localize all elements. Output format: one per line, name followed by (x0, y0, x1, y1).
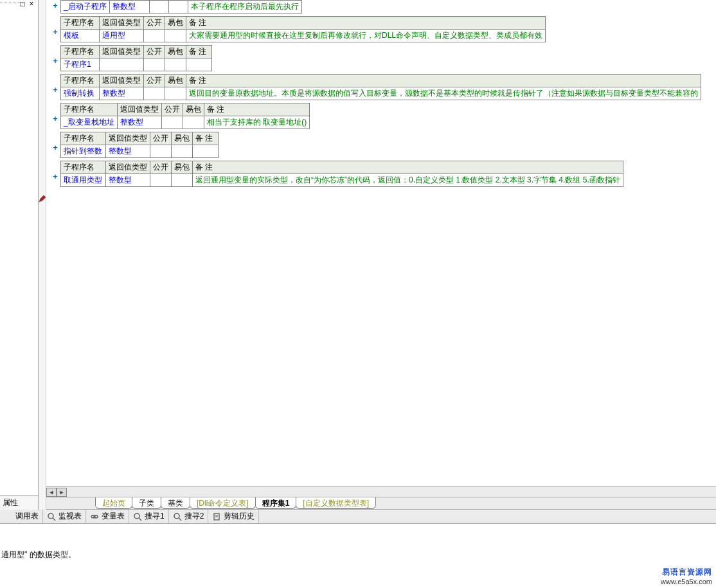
expand-button[interactable]: + (50, 16, 60, 37)
col-pkg: 易包 (165, 46, 186, 58)
tool-tab-label: 搜寻2 (184, 511, 204, 522)
svg-line-7 (179, 518, 181, 521)
tool-tab[interactable]: 调用表 (0, 510, 43, 523)
sub-ret: 通用型 (102, 31, 125, 40)
tool-tab[interactable]: 监视表 (43, 510, 86, 523)
tool-tab-label: 剪辑历史 (224, 511, 255, 522)
doc-tab[interactable]: [Dll命令定义表] (190, 497, 256, 509)
col-pkg: 易包 (172, 132, 193, 145)
subroutine-table[interactable]: 子程序名返回值类型公开易包备 注取通用类型整数型返回通用型变量的实际类型，改自“… (60, 161, 623, 187)
table-row[interactable]: 取通用类型整数型返回通用型变量的实际类型，改自“为你芯冻”的代码，返回值：0.自… (61, 174, 623, 187)
sub-note: 返回目的变量原数据地址。本质是将源数据的值写入目标变量，源数据不是基本类型的时候… (189, 89, 698, 98)
col-pub: 公开 (150, 161, 172, 174)
subroutine-table[interactable]: 子程序名返回值类型公开易包备 注强制转换整数型返回目的变量原数据地址。本质是将源… (60, 74, 701, 100)
svg-line-5 (139, 518, 141, 521)
svg-point-3 (94, 515, 98, 518)
table-row[interactable]: 指针到整数整数型 (61, 145, 219, 158)
tool-tab[interactable]: 搜寻1 (129, 510, 169, 523)
expand-button[interactable]: + (50, 45, 60, 66)
col-pub: 公开 (150, 132, 172, 145)
expand-button[interactable]: + (50, 0, 60, 10)
col-note: 备 注 (186, 75, 701, 87)
sub-note: 返回通用型变量的实际类型，改自“为你芯冻”的代码，返回值：0.自定义类型 1.数… (195, 175, 620, 184)
col-pkg: 易包 (183, 103, 204, 116)
subroutine-table[interactable]: 子程序名返回值类型公开易包备 注_取变量栈地址整数型相当于支持库的 取变量地址(… (60, 103, 310, 129)
table-row[interactable]: 模板通用型大家需要通用型的时候直接在这里复制后再修改就行，对DLL命令声明、自定… (61, 30, 546, 42)
doc-tab[interactable]: 基类 (161, 497, 190, 509)
table-row[interactable]: 强制转换整数型返回目的变量原数据地址。本质是将源数据的值写入目标变量，源数据不是… (61, 87, 701, 100)
expand-button[interactable]: + (50, 161, 60, 181)
sub-name: 强制转换 (64, 89, 94, 98)
sub-name: 取通用类型 (64, 175, 102, 184)
col-pub: 公开 (144, 17, 165, 30)
search-icon (173, 512, 182, 521)
tool-tab[interactable]: 变量表 (86, 510, 129, 523)
horizontal-scrollbar[interactable]: ◄ ► (46, 486, 716, 497)
doc-tab[interactable]: 程序集1 (255, 497, 297, 509)
sub-name: 模板 (64, 31, 79, 40)
svg-point-0 (48, 513, 53, 519)
tree-view[interactable]: □ × (0, 0, 38, 495)
left-panel: □ × 属性 (0, 0, 39, 510)
sub-note: 大家需要通用型的时候直接在这里复制后再修改就行，对DLL命令声明、自定义数据类型… (189, 31, 542, 40)
gutter (39, 0, 46, 510)
sub-name: _启动子程序 (64, 2, 107, 11)
tool-tab[interactable]: 剪辑历史 (208, 510, 259, 523)
magnifier-icon (47, 512, 56, 521)
watermark: 易语言资源网 www.e5a5x.com (661, 567, 712, 585)
subroutine-table[interactable]: _启动子程序整数型本子程序在程序启动后最先执行 (60, 0, 302, 13)
col-pub: 公开 (162, 103, 183, 116)
scroll-left-button[interactable]: ◄ (46, 488, 57, 497)
sub-name: 子程序1 (64, 60, 91, 69)
table-row[interactable]: 子程序1 (61, 58, 212, 71)
table-row[interactable]: _取变量栈地址整数型相当于支持库的 取变量地址() (61, 116, 310, 129)
doc-tab[interactable]: 起始页 (95, 497, 132, 509)
subroutine-table[interactable]: 子程序名返回值类型公开易包备 注子程序1 (60, 45, 212, 71)
doc-tab[interactable]: 子类 (132, 497, 161, 509)
col-name: 子程序名 (61, 75, 100, 87)
col-name: 子程序名 (61, 161, 106, 174)
subroutine-table[interactable]: 子程序名返回值类型公开易包备 注指针到整数整数型 (60, 132, 219, 158)
tool-tabs: 调用表监视表变量表搜寻1搜寻2剪辑历史 (0, 510, 716, 524)
properties-tab[interactable]: 属性 (0, 495, 38, 510)
sub-ret: 整数型 (102, 89, 125, 98)
watermark-title: 易语言资源网 (661, 567, 712, 578)
svg-point-4 (134, 513, 139, 519)
col-note: 备 注 (193, 161, 623, 174)
code-editor[interactable]: +_启动子程序整数型本子程序在程序启动后最先执行+子程序名返回值类型公开易包备 … (46, 0, 716, 486)
call-icon (4, 512, 13, 521)
col-note: 备 注 (186, 46, 212, 58)
col-ret: 返回值类型 (100, 17, 144, 30)
col-pkg: 易包 (165, 17, 186, 30)
col-note: 备 注 (204, 103, 310, 116)
expand-button[interactable]: + (50, 132, 60, 152)
subroutine-table[interactable]: 子程序名返回值类型公开易包备 注模板通用型大家需要通用型的时候直接在这里复制后再… (60, 16, 546, 42)
col-pub: 公开 (144, 75, 165, 87)
col-ret: 返回值类型 (100, 75, 144, 87)
col-ret: 返回值类型 (106, 161, 150, 174)
tool-tab[interactable]: 搜寻2 (169, 510, 209, 523)
col-name: 子程序名 (61, 17, 100, 30)
sub-note: 相当于支持库的 取变量地址() (207, 118, 307, 127)
table-row[interactable]: _启动子程序整数型本子程序在程序启动后最先执行 (61, 1, 302, 13)
message-text: 通用型" 的数据类型。 (1, 550, 76, 559)
expand-button[interactable]: + (50, 74, 60, 94)
document-tabs: 起始页子类基类[Dll命令定义表]程序集1[自定义数据类型表] (46, 497, 716, 510)
tool-tab-label: 监视表 (58, 511, 82, 522)
sub-ret: 整数型 (120, 118, 143, 127)
search-icon (133, 512, 142, 521)
sub-ret: 整数型 (109, 175, 132, 184)
tree-close-icon[interactable]: × (28, 0, 35, 8)
col-name: 子程序名 (61, 103, 118, 116)
sub-name: _取变量栈地址 (64, 118, 114, 127)
col-name: 子程序名 (61, 46, 100, 58)
expand-button[interactable]: + (50, 103, 60, 123)
tree-maximize-icon[interactable]: □ (19, 0, 26, 8)
watermark-url: www.e5a5x.com (661, 578, 712, 585)
doc-tab[interactable]: [自定义数据类型表] (296, 497, 376, 509)
tool-tab-label: 调用表 (15, 511, 39, 522)
message-area: 通用型" 的数据类型。 易语言资源网 www.e5a5x.com (0, 524, 716, 588)
col-pkg: 易包 (165, 75, 186, 87)
scroll-right-button[interactable]: ► (57, 488, 67, 497)
col-note: 备 注 (193, 132, 219, 145)
